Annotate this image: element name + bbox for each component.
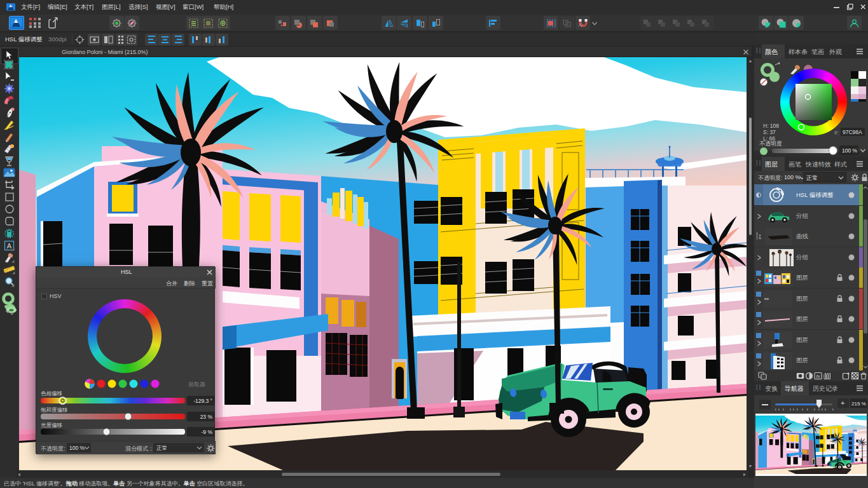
svg-text:fx: fx [816,374,820,379]
svg-text:A: A [7,242,12,250]
